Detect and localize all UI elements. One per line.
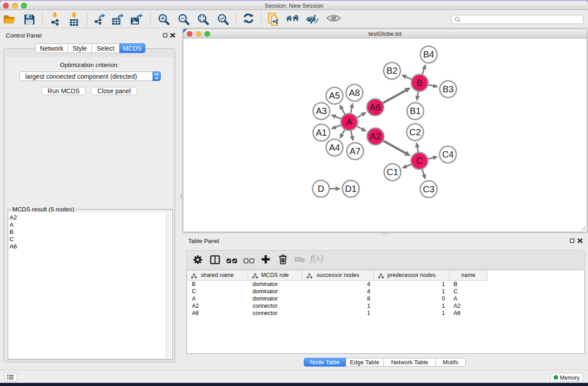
svg-text:A4: A4 [329, 143, 340, 152]
svg-text:B3: B3 [443, 84, 454, 94]
svg-text:B4: B4 [423, 49, 434, 59]
svg-text:C4: C4 [442, 149, 454, 159]
svg-text:A1: A1 [316, 128, 327, 138]
svg-text:B2: B2 [387, 66, 397, 76]
svg-text:B1: B1 [410, 106, 421, 116]
svg-text:B: B [416, 78, 422, 88]
svg-text:D: D [318, 184, 324, 194]
svg-text:C2: C2 [409, 127, 421, 137]
svg-text:A5: A5 [329, 91, 340, 100]
svg-text:C3: C3 [423, 184, 435, 194]
svg-text:A6: A6 [370, 102, 381, 112]
svg-text:D1: D1 [345, 184, 357, 194]
svg-text:C: C [416, 156, 422, 166]
svg-text:A3: A3 [316, 106, 327, 116]
svg-text:A8: A8 [349, 88, 360, 98]
svg-text:A2: A2 [370, 131, 381, 141]
svg-text:A: A [346, 117, 353, 127]
svg-text:C1: C1 [387, 167, 398, 177]
svg-text:A7: A7 [349, 146, 360, 156]
